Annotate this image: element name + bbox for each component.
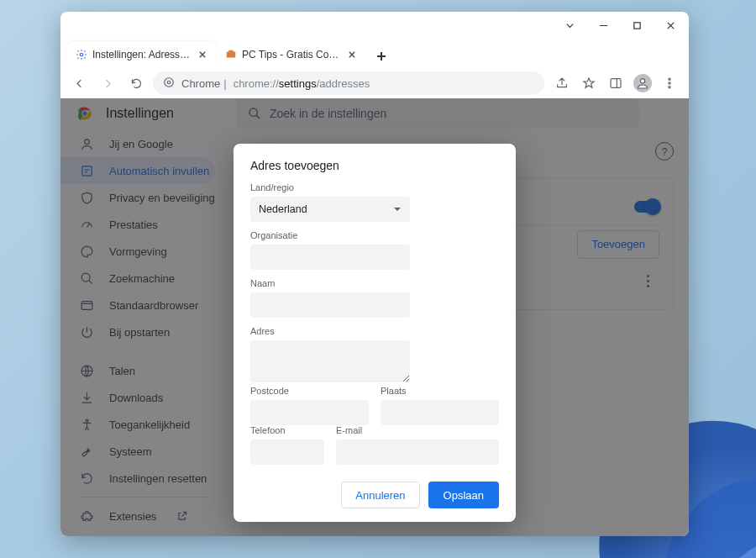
window-close-button[interactable] xyxy=(654,13,687,37)
cancel-button[interactable]: Annuleren xyxy=(341,482,419,508)
profile-avatar[interactable] xyxy=(630,71,655,95)
city-label: Plaats xyxy=(381,386,499,396)
dialog-title: Adres toevoegen xyxy=(250,159,499,172)
forward-button[interactable] xyxy=(96,71,119,95)
dialog-actions: Annuleren Opslaan xyxy=(250,482,499,508)
svg-rect-0 xyxy=(633,22,639,28)
name-label: Naam xyxy=(250,278,499,288)
tab-label: PC Tips - Gratis Computer Tips, v xyxy=(242,49,341,61)
address-bar-row: Chrome | chrome://settings/addresses xyxy=(60,68,689,98)
omnibox-scheme: chrome:// xyxy=(234,77,279,90)
tab-pctips[interactable]: PC Tips - Gratis Computer Tips, v xyxy=(217,41,366,68)
country-value: Nederland xyxy=(259,203,307,215)
save-button[interactable]: Opslaan xyxy=(428,482,499,508)
omnibox[interactable]: Chrome | chrome://settings/addresses xyxy=(153,71,544,95)
postal-label: Postcode xyxy=(250,386,369,396)
svg-point-5 xyxy=(167,81,171,84)
svg-rect-3 xyxy=(228,50,233,53)
svg-point-4 xyxy=(165,77,174,87)
new-tab-button[interactable] xyxy=(370,45,393,68)
postal-field[interactable] xyxy=(250,400,369,425)
browser-window: Instellingen: Adressen en meer PC Tips -… xyxy=(60,12,689,536)
add-address-dialog: Adres toevoegen Land/regio Nederland Org… xyxy=(234,144,516,522)
close-tab-icon[interactable] xyxy=(197,49,208,61)
svg-point-8 xyxy=(669,78,670,80)
svg-point-1 xyxy=(80,53,83,56)
tab-strip: Instellingen: Adressen en meer PC Tips -… xyxy=(60,39,689,68)
country-label: Land/regio xyxy=(250,182,499,192)
name-field[interactable] xyxy=(250,292,410,318)
share-icon[interactable] xyxy=(549,71,575,95)
kebab-menu-icon[interactable] xyxy=(657,71,682,95)
svg-point-10 xyxy=(669,87,670,88)
chrome-circle-icon xyxy=(163,76,175,91)
bookmark-star-icon[interactable] xyxy=(576,71,601,95)
org-label: Organisatie xyxy=(250,230,499,240)
svg-point-7 xyxy=(640,79,644,83)
chevron-down-icon xyxy=(393,205,402,213)
site-icon xyxy=(225,49,237,61)
city-field[interactable] xyxy=(381,400,499,425)
omnibox-rest: /addresses xyxy=(317,77,370,90)
organisation-field[interactable] xyxy=(250,245,410,270)
page-content: Instellingen Zoek in de instellingen Jij… xyxy=(60,98,689,536)
tab-settings[interactable]: Instellingen: Adressen en meer xyxy=(67,41,217,68)
email-label: E-mail xyxy=(336,425,499,435)
address-field[interactable] xyxy=(250,340,410,382)
svg-point-9 xyxy=(669,82,670,84)
tab-label: Instellingen: Adressen en meer xyxy=(92,49,192,61)
panel-icon[interactable] xyxy=(603,71,628,95)
omnibox-prefix: Chrome xyxy=(181,77,220,90)
email-field[interactable] xyxy=(336,440,499,465)
phone-label: Telefoon xyxy=(250,425,324,435)
toolbar-right xyxy=(549,71,682,95)
back-button[interactable] xyxy=(67,71,91,95)
window-maximize-button[interactable] xyxy=(620,13,654,37)
close-tab-icon[interactable] xyxy=(346,49,358,61)
omnibox-path: settings xyxy=(279,77,317,90)
window-titlebar xyxy=(60,12,689,39)
phone-field[interactable] xyxy=(250,440,324,465)
svg-rect-2 xyxy=(227,52,236,58)
window-minimize-extra[interactable] xyxy=(553,13,586,37)
window-minimize-button[interactable] xyxy=(586,13,620,37)
gear-icon xyxy=(76,49,87,61)
country-select[interactable]: Nederland xyxy=(250,197,410,222)
svg-rect-6 xyxy=(611,79,621,88)
address-label: Adres xyxy=(250,326,499,336)
reload-button[interactable] xyxy=(124,71,148,95)
